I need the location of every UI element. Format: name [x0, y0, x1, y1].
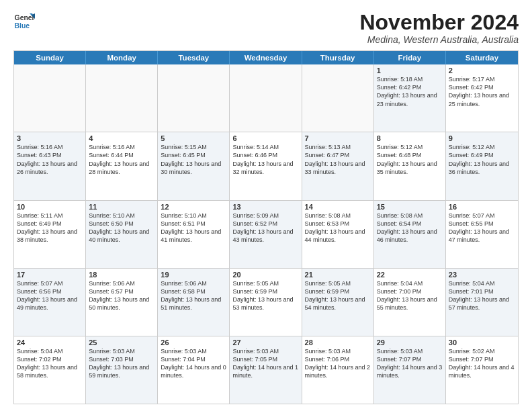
day-number: 12 — [161, 203, 226, 211]
calendar-row-2: 3Sunrise: 5:16 AM Sunset: 6:43 PM Daylig… — [14, 132, 518, 199]
calendar-row-1: 1Sunrise: 5:18 AM Sunset: 6:42 PM Daylig… — [14, 64, 518, 132]
calendar-cell-r3-c2: 11Sunrise: 5:10 AM Sunset: 6:50 PM Dayli… — [86, 201, 158, 268]
cell-details: Sunrise: 5:06 AM Sunset: 6:57 PM Dayligh… — [89, 279, 154, 312]
calendar-cell-r2-c6: 8Sunrise: 5:12 AM Sunset: 6:48 PM Daylig… — [374, 132, 446, 199]
calendar-cell-r5-c1: 24Sunrise: 5:04 AM Sunset: 7:02 PM Dayli… — [14, 336, 86, 404]
cell-details: Sunrise: 5:06 AM Sunset: 6:58 PM Dayligh… — [161, 279, 226, 312]
day-number: 21 — [305, 271, 371, 279]
day-number: 22 — [377, 271, 443, 279]
calendar-cell-r4-c2: 18Sunrise: 5:06 AM Sunset: 6:57 PM Dayli… — [86, 269, 158, 336]
logo: General Blue — [13, 11, 35, 32]
calendar-cell-r5-c6: 29Sunrise: 5:03 AM Sunset: 7:07 PM Dayli… — [374, 336, 446, 404]
day-number: 15 — [377, 203, 443, 211]
calendar-cell-r3-c3: 12Sunrise: 5:10 AM Sunset: 6:51 PM Dayli… — [158, 201, 230, 268]
cell-details: Sunrise: 5:08 AM Sunset: 6:53 PM Dayligh… — [305, 212, 371, 244]
cell-details: Sunrise: 5:05 AM Sunset: 6:59 PM Dayligh… — [305, 279, 371, 312]
calendar-cell-r4-c5: 21Sunrise: 5:05 AM Sunset: 6:59 PM Dayli… — [302, 269, 374, 336]
calendar-cell-r4-c1: 17Sunrise: 5:07 AM Sunset: 6:56 PM Dayli… — [14, 269, 86, 336]
day-number: 1 — [377, 66, 443, 75]
day-number: 2 — [449, 66, 515, 75]
cell-details: Sunrise: 5:03 AM Sunset: 7:07 PM Dayligh… — [377, 347, 443, 380]
header-wednesday: Wednesday — [230, 51, 302, 64]
cell-details: Sunrise: 5:03 AM Sunset: 7:06 PM Dayligh… — [305, 347, 371, 380]
cell-details: Sunrise: 5:12 AM Sunset: 6:49 PM Dayligh… — [449, 143, 515, 176]
calendar-cell-r2-c7: 9Sunrise: 5:12 AM Sunset: 6:49 PM Daylig… — [446, 132, 518, 199]
calendar-row-4: 17Sunrise: 5:07 AM Sunset: 6:56 PM Dayli… — [14, 268, 518, 336]
calendar-cell-r2-c1: 3Sunrise: 5:16 AM Sunset: 6:43 PM Daylig… — [14, 132, 86, 199]
page: General Blue November 2024 Medina, Weste… — [0, 0, 532, 411]
cell-details: Sunrise: 5:04 AM Sunset: 7:01 PM Dayligh… — [449, 279, 515, 312]
calendar-row-3: 10Sunrise: 5:11 AM Sunset: 6:49 PM Dayli… — [14, 200, 518, 268]
header-tuesday: Tuesday — [158, 51, 230, 64]
day-number: 17 — [17, 271, 83, 279]
header-sunday: Sunday — [14, 51, 86, 64]
cell-details: Sunrise: 5:04 AM Sunset: 7:00 PM Dayligh… — [377, 279, 443, 312]
calendar-cell-r3-c6: 15Sunrise: 5:08 AM Sunset: 6:54 PM Dayli… — [374, 201, 446, 268]
day-number: 8 — [377, 134, 443, 142]
calendar-cell-r3-c5: 14Sunrise: 5:08 AM Sunset: 6:53 PM Dayli… — [302, 201, 374, 268]
calendar-cell-r2-c3: 5Sunrise: 5:15 AM Sunset: 6:45 PM Daylig… — [158, 132, 230, 199]
calendar-cell-r3-c7: 16Sunrise: 5:07 AM Sunset: 6:55 PM Dayli… — [446, 201, 518, 268]
calendar-cell-r1-c7: 2Sunrise: 5:17 AM Sunset: 6:42 PM Daylig… — [446, 64, 518, 132]
calendar-cell-r4-c6: 22Sunrise: 5:04 AM Sunset: 7:00 PM Dayli… — [374, 269, 446, 336]
day-number: 23 — [449, 271, 515, 279]
calendar-cell-r5-c3: 26Sunrise: 5:03 AM Sunset: 7:04 PM Dayli… — [158, 336, 230, 404]
day-number: 7 — [305, 134, 371, 142]
calendar-cell-r1-c2 — [86, 64, 158, 132]
day-number: 10 — [17, 203, 83, 211]
day-number: 13 — [232, 203, 298, 211]
calendar-header: Sunday Monday Tuesday Wednesday Thursday… — [14, 51, 518, 64]
calendar-cell-r5-c4: 27Sunrise: 5:03 AM Sunset: 7:05 PM Dayli… — [230, 336, 302, 404]
title-block: November 2024 Medina, Western Australia,… — [359, 11, 519, 45]
cell-details: Sunrise: 5:10 AM Sunset: 6:51 PM Dayligh… — [161, 212, 226, 244]
cell-details: Sunrise: 5:13 AM Sunset: 6:47 PM Dayligh… — [305, 143, 371, 176]
header-monday: Monday — [86, 51, 158, 64]
day-number: 5 — [161, 134, 226, 142]
day-number: 29 — [377, 338, 443, 347]
calendar: Sunday Monday Tuesday Wednesday Thursday… — [13, 50, 519, 404]
day-number: 18 — [89, 271, 154, 279]
calendar-cell-r5-c2: 25Sunrise: 5:03 AM Sunset: 7:03 PM Dayli… — [86, 336, 158, 404]
calendar-body: 1Sunrise: 5:18 AM Sunset: 6:42 PM Daylig… — [14, 64, 518, 404]
cell-details: Sunrise: 5:10 AM Sunset: 6:50 PM Dayligh… — [89, 212, 154, 244]
calendar-cell-r4-c3: 19Sunrise: 5:06 AM Sunset: 6:58 PM Dayli… — [158, 269, 230, 336]
calendar-cell-r5-c5: 28Sunrise: 5:03 AM Sunset: 7:06 PM Dayli… — [302, 336, 374, 404]
header-friday: Friday — [374, 51, 446, 64]
calendar-cell-r2-c2: 4Sunrise: 5:16 AM Sunset: 6:44 PM Daylig… — [86, 132, 158, 199]
logo-icon: General Blue — [13, 11, 35, 32]
calendar-cell-r1-c5 — [302, 64, 374, 132]
day-number: 4 — [89, 134, 154, 142]
day-number: 19 — [161, 271, 226, 279]
cell-details: Sunrise: 5:17 AM Sunset: 6:42 PM Dayligh… — [449, 75, 515, 108]
day-number: 11 — [89, 203, 154, 211]
header-saturday: Saturday — [446, 51, 518, 64]
cell-details: Sunrise: 5:18 AM Sunset: 6:42 PM Dayligh… — [377, 75, 443, 108]
cell-details: Sunrise: 5:11 AM Sunset: 6:49 PM Dayligh… — [17, 212, 83, 244]
cell-details: Sunrise: 5:14 AM Sunset: 6:46 PM Dayligh… — [232, 143, 298, 176]
cell-details: Sunrise: 5:12 AM Sunset: 6:48 PM Dayligh… — [377, 143, 443, 176]
day-number: 27 — [232, 338, 298, 347]
calendar-cell-r1-c3 — [158, 64, 230, 132]
header-thursday: Thursday — [302, 51, 374, 64]
day-number: 20 — [232, 271, 298, 279]
day-number: 28 — [305, 338, 371, 347]
calendar-cell-r1-c6: 1Sunrise: 5:18 AM Sunset: 6:42 PM Daylig… — [374, 64, 446, 132]
calendar-cell-r1-c4 — [230, 64, 302, 132]
svg-text:Blue: Blue — [15, 22, 30, 30]
cell-details: Sunrise: 5:08 AM Sunset: 6:54 PM Dayligh… — [377, 212, 443, 244]
cell-details: Sunrise: 5:16 AM Sunset: 6:43 PM Dayligh… — [17, 143, 83, 176]
day-number: 6 — [232, 134, 298, 142]
calendar-cell-r5-c7: 30Sunrise: 5:02 AM Sunset: 7:07 PM Dayli… — [446, 336, 518, 404]
cell-details: Sunrise: 5:03 AM Sunset: 7:03 PM Dayligh… — [89, 347, 154, 380]
calendar-cell-r2-c5: 7Sunrise: 5:13 AM Sunset: 6:47 PM Daylig… — [302, 132, 374, 199]
calendar-row-5: 24Sunrise: 5:04 AM Sunset: 7:02 PM Dayli… — [14, 336, 518, 404]
cell-details: Sunrise: 5:15 AM Sunset: 6:45 PM Dayligh… — [161, 143, 226, 176]
calendar-cell-r4-c4: 20Sunrise: 5:05 AM Sunset: 6:59 PM Dayli… — [230, 269, 302, 336]
month-title: November 2024 — [359, 11, 519, 34]
cell-details: Sunrise: 5:04 AM Sunset: 7:02 PM Dayligh… — [17, 347, 83, 380]
cell-details: Sunrise: 5:07 AM Sunset: 6:56 PM Dayligh… — [17, 279, 83, 312]
cell-details: Sunrise: 5:09 AM Sunset: 6:52 PM Dayligh… — [232, 212, 298, 244]
day-number: 30 — [449, 338, 515, 347]
day-number: 16 — [449, 203, 515, 211]
calendar-cell-r3-c4: 13Sunrise: 5:09 AM Sunset: 6:52 PM Dayli… — [230, 201, 302, 268]
